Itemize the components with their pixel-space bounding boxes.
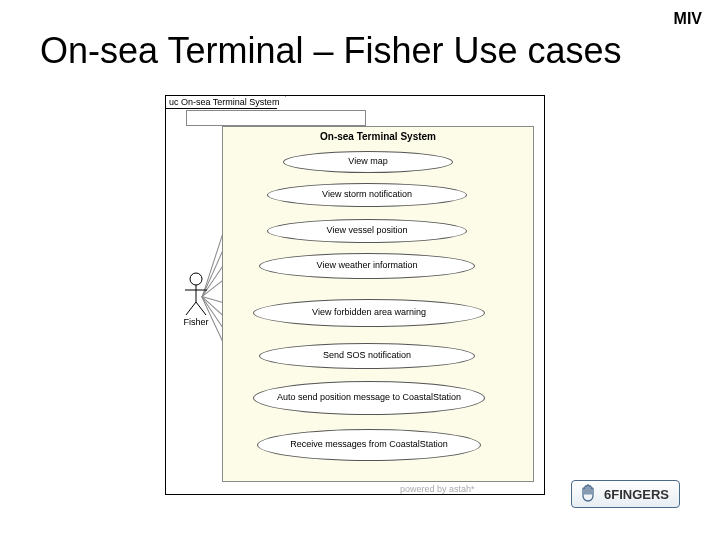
usecase-send-sos: Send SOS notification [259, 343, 475, 369]
usecase-forbidden-area: View forbidden area warning [253, 299, 485, 327]
tool-credit: powered by astah* [400, 484, 475, 494]
svg-line-3 [186, 302, 196, 315]
usecase-view-map: View map [283, 151, 453, 173]
usecase-view-storm: View storm notification [267, 183, 467, 207]
usecase-auto-send: Auto send position message to CoastalSta… [253, 381, 485, 415]
stick-figure-icon [183, 272, 209, 316]
hand-icon [578, 484, 598, 504]
brand-label: 6FINGERS [604, 487, 669, 502]
svg-line-4 [196, 302, 206, 315]
page-title: On-sea Terminal – Fisher Use cases [40, 30, 622, 72]
system-title: On-sea Terminal System [223, 131, 533, 142]
usecase-view-weather: View weather information [259, 253, 475, 279]
system-boundary: On-sea Terminal System View map View sto… [222, 126, 534, 482]
brand-badge: 6FINGERS [571, 480, 680, 508]
package-tab [186, 110, 366, 126]
actor-label: Fisher [176, 317, 216, 327]
usecase-diagram-frame: uc On-sea Terminal System On-sea Termina… [165, 95, 545, 495]
diagram-tab: uc On-sea Terminal System [165, 95, 286, 109]
usecase-receive-msg: Receive messages from CoastalStation [257, 429, 481, 461]
usecase-view-vessel: View vessel position [267, 219, 467, 243]
corner-label: MIV [674, 10, 702, 28]
actor-fisher: Fisher [176, 272, 216, 327]
svg-point-0 [190, 273, 202, 285]
